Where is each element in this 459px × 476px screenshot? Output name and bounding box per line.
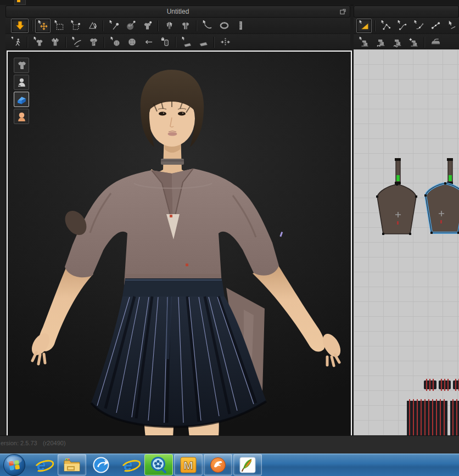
windows-taskbar: e e xyxy=(0,453,459,476)
add-polygon-button[interactable] xyxy=(444,19,459,33)
viewport-toggle-group xyxy=(14,58,29,126)
fabric-texture-toggle[interactable] xyxy=(14,92,29,107)
avatar-walk-icon xyxy=(12,37,22,47)
viewport-3d[interactable] xyxy=(7,51,352,438)
toolbar-separator xyxy=(214,37,215,48)
place-button-button[interactable] xyxy=(108,35,123,49)
edit-pattern-button[interactable] xyxy=(378,19,394,33)
version-text: ersion: 2.5.73 xyxy=(1,440,37,446)
taskbar-feather-paint-app[interactable] xyxy=(233,454,262,475)
texture-garment-button[interactable] xyxy=(86,35,101,49)
garment-eye-icon xyxy=(16,60,27,71)
select-garment-button[interactable] xyxy=(31,35,46,49)
toolbar-separator xyxy=(158,20,159,31)
taskbar-internet-explorer-2[interactable]: e xyxy=(116,455,143,475)
tape-measure-icon xyxy=(219,20,229,31)
taskbar-lion-app[interactable] xyxy=(204,454,232,475)
n-point-sewing-button[interactable] xyxy=(389,35,405,49)
edit-sewing-button[interactable] xyxy=(406,35,421,49)
pin-icon xyxy=(109,20,120,31)
fit-garment-button[interactable] xyxy=(47,35,63,49)
internet-explorer-icon: e xyxy=(120,456,139,474)
flatten-select-icon xyxy=(182,37,192,47)
pattern-2d-window xyxy=(354,5,459,435)
toolbar-2d-secondary xyxy=(354,33,459,50)
add-polygon-icon xyxy=(447,20,457,31)
start-button[interactable] xyxy=(0,453,29,476)
edit-measure-button[interactable] xyxy=(200,19,215,33)
toolbar-separator xyxy=(27,37,28,48)
arrange-garment-button[interactable] xyxy=(161,19,177,33)
feather-icon xyxy=(239,457,256,473)
zip-close-button[interactable] xyxy=(217,35,233,49)
add-point-icon xyxy=(430,20,441,31)
place-button-icon xyxy=(110,37,121,47)
svg-text:M: M xyxy=(183,459,193,472)
add-point-button[interactable] xyxy=(428,19,443,33)
edit-curvature-button[interactable] xyxy=(395,19,410,33)
taskbar-blue-arrow-browser[interactable] xyxy=(87,455,115,475)
simulate-icon xyxy=(15,20,25,31)
pin-tool-button[interactable] xyxy=(107,19,122,33)
select-rectangle-button[interactable] xyxy=(52,19,67,33)
flatten-select-button[interactable] xyxy=(179,35,194,49)
transform-pattern-2d-icon xyxy=(359,20,370,31)
select-move-icon xyxy=(38,20,48,31)
button-icon xyxy=(127,37,137,47)
taskbar-media-player-active[interactable] xyxy=(144,454,173,475)
window-titlebar[interactable]: Untitled xyxy=(5,5,350,18)
garment-3d-window: Untitled xyxy=(5,5,350,435)
segment-sewing-button[interactable] xyxy=(356,35,372,49)
button-button[interactable] xyxy=(124,35,139,49)
fold-garment-button[interactable] xyxy=(178,19,193,33)
toolbar-separator xyxy=(104,37,105,48)
app-window: Untitled xyxy=(0,0,459,453)
pattern-pieces xyxy=(354,49,459,435)
zip-close-icon xyxy=(220,37,231,47)
toolbar-2d-main xyxy=(354,18,459,33)
flatten-button[interactable] xyxy=(195,35,211,49)
transform-pattern-2d-button[interactable] xyxy=(356,19,372,33)
buttonhole-arrow-button[interactable] xyxy=(141,35,156,49)
free-sewing-button[interactable] xyxy=(373,35,388,49)
segment-sewing-icon xyxy=(359,37,370,47)
skirt-panels xyxy=(407,399,459,435)
toolbar-separator xyxy=(374,20,376,31)
show-garment-toggle[interactable] xyxy=(14,58,29,73)
iron-button[interactable] xyxy=(428,35,443,49)
rotate-pattern-button[interactable] xyxy=(85,19,100,33)
rotate-pattern-icon xyxy=(87,20,98,31)
avatar-eye-icon xyxy=(16,77,27,88)
window-title: Untitled xyxy=(167,8,189,15)
select-move-button[interactable] xyxy=(35,19,51,33)
toolbar-separator xyxy=(65,37,66,48)
toolbar-separator xyxy=(175,37,176,48)
viewport-2d-pattern[interactable] xyxy=(354,49,459,435)
pattern-sleeve-left xyxy=(376,183,417,235)
sew-3d-button[interactable] xyxy=(69,35,85,49)
fit-garment-icon xyxy=(50,37,60,47)
select-garment-icon xyxy=(33,37,44,47)
edit-curve-point-button[interactable] xyxy=(411,19,427,33)
ruler-button[interactable] xyxy=(233,19,248,33)
edit-curve-point-icon xyxy=(414,20,424,31)
edit-pattern-icon xyxy=(381,20,391,31)
tape-measure-button[interactable] xyxy=(216,19,232,33)
status-bar: ersion: 2.5.73 (r20490) xyxy=(0,435,459,453)
show-avatar-toggle[interactable] xyxy=(14,75,29,90)
transform-pattern-button[interactable] xyxy=(68,19,83,33)
float-window-icon[interactable] xyxy=(340,9,346,15)
taskbar-maxthon[interactable]: M xyxy=(174,454,203,475)
folder-icon xyxy=(63,457,81,473)
taskbar-windows-explorer[interactable] xyxy=(58,454,86,475)
taskbar-internet-explorer[interactable]: e xyxy=(29,455,57,475)
pin-sphere-button[interactable] xyxy=(123,19,138,33)
zipper-lock-button[interactable] xyxy=(157,35,172,49)
show-avatar-skin-toggle[interactable] xyxy=(14,109,29,124)
window-titlebar-2d[interactable] xyxy=(354,5,459,18)
free-sewing-icon xyxy=(376,37,386,47)
avatar-walk-button[interactable] xyxy=(9,35,24,49)
pin-garment-button[interactable] xyxy=(139,19,155,33)
simulate-button[interactable] xyxy=(11,19,29,33)
windows-orb-icon xyxy=(3,453,26,476)
